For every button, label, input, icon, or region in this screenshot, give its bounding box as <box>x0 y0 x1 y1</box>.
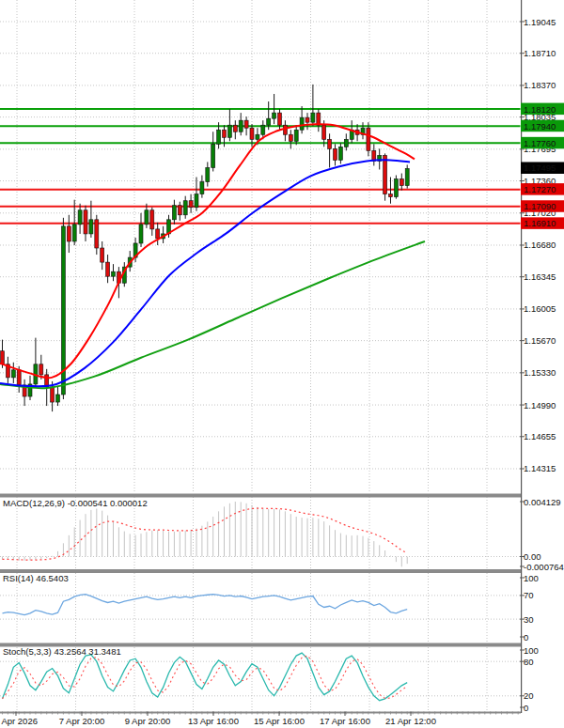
support-resistance-levels <box>0 109 521 224</box>
macd-axis: 0.0041290.00-0.000764 <box>520 497 564 572</box>
price-label: 1.15330 <box>524 367 556 378</box>
rsi-line <box>3 595 408 615</box>
time-label: 17 Apr 16:00 <box>320 716 370 726</box>
stoch-header: Stoch(5,3,3) 43.2564 31.3481 <box>3 646 121 657</box>
price-label: 1.16345 <box>524 271 556 282</box>
time-axis[interactable]: 6 Apr 20267 Apr 20:009 Apr 20:0013 Apr 1… <box>0 712 518 727</box>
price-label: 1.18710 <box>524 48 556 58</box>
macd-header: MACD(12,26,9) -0.000541 0.000012 <box>3 498 148 508</box>
price-badge-label: 1.18120 <box>524 104 556 115</box>
rsi-axis: 10070300 <box>520 573 539 643</box>
stoch-k-line <box>3 653 408 701</box>
axis-label: 80 <box>524 657 534 667</box>
axis-label: 70 <box>524 590 534 600</box>
price-label: 1.14990 <box>524 400 556 410</box>
price-label: 1.18370 <box>524 80 556 90</box>
price-badge-label: 1.17090 <box>524 201 556 211</box>
price-label: 1.15670 <box>524 335 556 346</box>
price-label: 1.16005 <box>524 303 556 314</box>
price-label: 1.14315 <box>524 463 556 473</box>
price-axis[interactable]: 1.190451.187101.183701.180351.176951.173… <box>520 17 564 474</box>
trading-chart-window: 1.190451.187101.183701.180351.176951.173… <box>0 0 564 728</box>
time-label: 7 Apr 20:00 <box>59 716 105 726</box>
axis-label: 20 <box>524 690 534 701</box>
price-badge-label: 1.17760 <box>524 138 556 148</box>
time-label: 9 Apr 20:00 <box>125 716 171 726</box>
axis-label: 30 <box>524 614 534 625</box>
price-badge-label: 1.17940 <box>524 121 556 132</box>
main-grid <box>0 0 521 493</box>
axis-label: -0.000764 <box>524 562 564 572</box>
time-label: 21 Apr 12:00 <box>385 716 436 726</box>
axis-label: 100 <box>524 645 539 656</box>
price-badge-label: 1.17495 <box>524 163 556 173</box>
rsi-header: RSI(14) 46.5403 <box>3 573 69 583</box>
price-badge-label: 1.16910 <box>524 218 556 228</box>
price-label: 1.14655 <box>524 431 556 441</box>
panel-separators <box>0 0 522 714</box>
axis-label: 0 <box>524 632 528 643</box>
axis-label: 100 <box>524 573 539 583</box>
price-label: 1.16680 <box>524 240 556 250</box>
time-label: 15 Apr 16:00 <box>254 716 305 726</box>
stoch-panel <box>0 647 521 712</box>
stoch-axis: 10080200 <box>520 645 539 713</box>
time-label: 13 Apr 16:00 <box>188 716 239 726</box>
axis-label: 0.00 <box>524 551 541 562</box>
stoch-d-line <box>3 656 408 699</box>
rsi-panel <box>0 573 521 643</box>
price-label: 1.19045 <box>524 17 556 27</box>
axis-label: 0.004129 <box>524 497 561 507</box>
time-label: 6 Apr 2026 <box>0 716 38 726</box>
axis-label: 0 <box>524 703 528 713</box>
chart-canvas[interactable]: 1.190451.187101.183701.180351.176951.173… <box>0 0 564 728</box>
price-badge-label: 1.17270 <box>524 184 556 194</box>
